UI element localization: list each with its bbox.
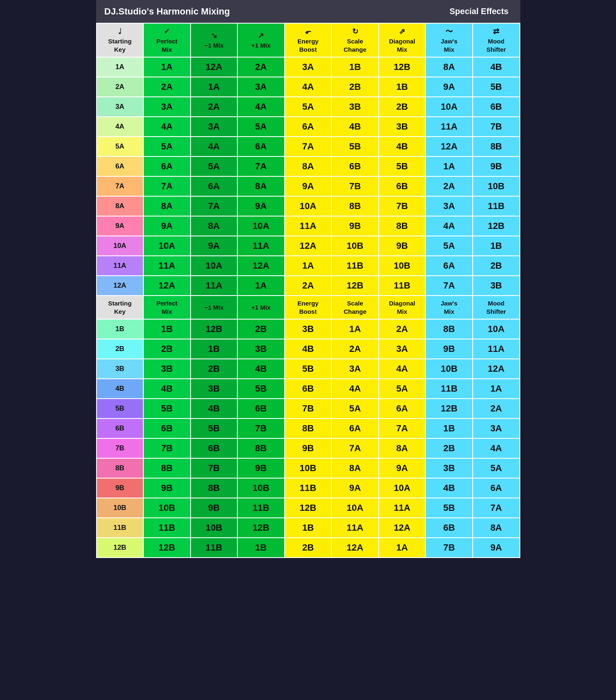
table-cell: 7A: [143, 176, 191, 196]
table-cell: 9B: [379, 236, 426, 256]
table-cell: 9A: [97, 216, 144, 236]
table-cell: 3B: [237, 339, 285, 359]
table-cell: 10A: [97, 236, 144, 256]
header-perfect-mix: ✓ PerfectMix: [143, 23, 191, 57]
table-cell: 5B: [191, 419, 238, 438]
main-container: DJ.Studio's Harmonic Mixing Special Effe…: [96, 0, 520, 558]
table-cell: 9B: [237, 458, 285, 478]
table-cell: 3A: [191, 117, 238, 137]
table-cell: 3A: [143, 97, 191, 117]
table-cell: 7B: [285, 399, 332, 419]
table-cell: 4B: [379, 137, 426, 156]
table-cell: 10B: [285, 458, 332, 478]
table-cell: 6B: [97, 419, 144, 438]
table-cell: 4B: [97, 379, 144, 399]
table-cell: 6B: [379, 176, 426, 196]
table-cell: 8B: [285, 419, 332, 438]
table-cell: 2A: [331, 339, 379, 359]
table-row: 11A11A10A12A1A11B10B6A2B: [97, 256, 520, 276]
table-cell: 12B: [97, 538, 144, 558]
table-cell: 3B: [143, 359, 191, 379]
table-cell: 1A: [473, 379, 520, 399]
table-row: 1A1A12A2A3A1B12B8A4B: [97, 57, 520, 77]
table-cell: 1A: [285, 256, 332, 276]
table-cell: 11B: [143, 518, 191, 538]
table-cell: 1A: [143, 57, 191, 77]
table-cell: 4B: [191, 399, 238, 419]
table-cell: 7A: [379, 419, 426, 438]
table-cell: 8A: [379, 438, 426, 458]
table-cell: 5B: [285, 359, 332, 379]
table-cell: 8B: [143, 458, 191, 478]
table-cell: 6B: [143, 419, 191, 438]
table-cell: 6B: [237, 399, 285, 419]
table-cell: 2B: [237, 319, 285, 339]
table-cell: 4B: [331, 117, 379, 137]
table-cell: 12A: [237, 256, 285, 276]
table-cell: 3A: [237, 77, 285, 97]
table-cell: 9A: [143, 216, 191, 236]
table-row: 2B2B1B3B4B2A3A9B11A: [97, 339, 520, 359]
table-cell: 3B: [379, 117, 426, 137]
table-cell: 4B: [425, 478, 473, 498]
table-cell: 8B: [97, 458, 144, 478]
header-energy-boost: ⬐ EnergyBoost: [285, 23, 332, 57]
table-cell: 4A: [425, 216, 473, 236]
table-cell: 4A: [191, 137, 238, 156]
header-jaws-mix-b: Jaw'sMix: [425, 296, 473, 319]
table-row: 9B9B8B10B11B9A10A4B6A: [97, 478, 520, 498]
table-cell: 7B: [191, 458, 238, 478]
table-cell: 8A: [143, 196, 191, 216]
table-cell: 3B: [191, 379, 238, 399]
table-cell: 10A: [285, 196, 332, 216]
table-cell: 10B: [191, 518, 238, 538]
table-cell: 8B: [237, 438, 285, 458]
table-cell: 1A: [191, 77, 238, 97]
table-cell: 5B: [143, 399, 191, 419]
table-cell: 11A: [237, 236, 285, 256]
table-cell: 3A: [425, 196, 473, 216]
table-row: 7B7B6B8B9B7A8A2B4A: [97, 438, 520, 458]
table-cell: 5B: [379, 156, 426, 176]
table-cell: 5A: [425, 236, 473, 256]
table-cell: 6B: [191, 438, 238, 458]
table-cell: 2A: [473, 399, 520, 419]
table-cell: 4B: [237, 359, 285, 379]
table-cell: 2A: [285, 276, 332, 296]
table-cell: 7A: [237, 156, 285, 176]
header-starting-key-b: StartingKey: [97, 296, 144, 319]
table-cell: 9A: [425, 77, 473, 97]
table-cell: 5B: [237, 379, 285, 399]
table-cell: 10B: [425, 359, 473, 379]
table-cell: 11A: [143, 256, 191, 276]
table-cell: 7A: [191, 196, 238, 216]
table-cell: 8B: [191, 478, 238, 498]
table-cell: 3A: [97, 97, 144, 117]
table-cell: 5A: [191, 156, 238, 176]
table-cell: 12A: [191, 57, 238, 77]
table-cell: 3A: [379, 339, 426, 359]
table-cell: 2B: [473, 256, 520, 276]
table-row: 1B1B12B2B3B1A2A8B10A: [97, 319, 520, 339]
table-cell: 10B: [331, 236, 379, 256]
table-cell: 11A: [425, 117, 473, 137]
table-cell: 9A: [191, 236, 238, 256]
table-cell: 1A: [379, 538, 426, 558]
table-cell: 3B: [285, 319, 332, 339]
table-row: 4A4A3A5A6A4B3B11A7B: [97, 117, 520, 137]
header-diagonal-mix: ⇗ DiagonalMix: [379, 23, 426, 57]
table-cell: 3B: [331, 97, 379, 117]
table-cell: 12B: [143, 538, 191, 558]
table-cell: 1B: [473, 236, 520, 256]
table-cell: 8A: [237, 176, 285, 196]
table-cell: 11A: [379, 498, 426, 518]
table-row: 12B12B11B1B2B12A1A7B9A: [97, 538, 520, 558]
table-row: 4B4B3B5B6B4A5A11B1A: [97, 379, 520, 399]
table-cell: 8A: [425, 57, 473, 77]
table-cell: 9B: [425, 339, 473, 359]
table-cell: 9B: [285, 438, 332, 458]
header-diagonal-mix-b: DiagonalMix: [379, 296, 426, 319]
table-cell: 4B: [143, 379, 191, 399]
table-cell: 3B: [473, 276, 520, 296]
table-cell: 9A: [379, 458, 426, 478]
